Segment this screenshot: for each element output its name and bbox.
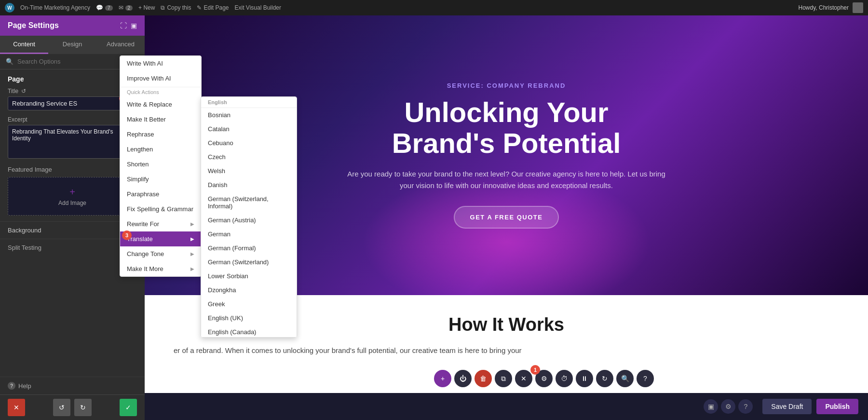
lang-cebuano[interactable]: Cebuano (201, 136, 297, 150)
lang-english-ca[interactable]: English (Canada) (201, 325, 297, 338)
rewrite-arrow: ▶ (190, 221, 194, 227)
sidebar-header: Page Settings ⛶ ▣ (0, 15, 145, 36)
pause-button[interactable]: ⏸ (576, 370, 593, 387)
search-element-button[interactable]: 🔍 (616, 370, 634, 387)
lang-dzongkha[interactable]: Dzongkha (201, 283, 297, 297)
message-icon: ✉ (119, 4, 123, 11)
improve-with-ai-label: Improve With Al (127, 75, 171, 82)
comment-icon: 💬 (96, 4, 103, 11)
site-name[interactable]: On-Time Marketing Agency (20, 4, 90, 11)
lang-czech[interactable]: Czech (201, 150, 297, 164)
settings-button[interactable]: 1 ⚙ (535, 370, 553, 387)
comments-link[interactable]: 💬 7 (96, 4, 113, 11)
quick-actions-label: Quick Actions (120, 87, 201, 97)
translate-item[interactable]: 3 Translate ▶ (120, 231, 201, 246)
page-settings-title: Page Settings (8, 21, 59, 30)
rewrite-for-item[interactable]: Rewrite For ▶ (120, 217, 201, 231)
refresh-button[interactable]: ↻ (596, 370, 613, 387)
title-field: Title ↺ 2 AI (8, 88, 137, 110)
lang-german[interactable]: German (201, 227, 297, 241)
write-with-ai-item[interactable]: Write With AI (120, 56, 201, 71)
make-it-more-item[interactable]: Make It More ▶ (120, 261, 201, 276)
hero-badge: SERVICE: COMPANY REBRAND (347, 82, 665, 89)
tab-advanced[interactable]: Advanced (96, 36, 145, 54)
layout-icon-btn[interactable]: ▣ (704, 399, 718, 414)
messages-link[interactable]: ✉ 2 (119, 4, 133, 11)
footer-action-icons: ↺ ↻ (53, 399, 92, 416)
edit-page-link[interactable]: ✎ Edit Page (197, 4, 229, 11)
search-input[interactable] (17, 58, 117, 65)
help-element-button[interactable]: ? (637, 370, 654, 387)
question-icon-btn[interactable]: ? (738, 399, 753, 414)
save-bar-icons: ▣ ⚙ ? (704, 399, 753, 414)
background-label: Background (8, 227, 41, 234)
how-it-works-description: er of a rebrand. When it comes to unlock… (174, 345, 839, 356)
hero-title: Unlocking Your Brand's Potential (347, 97, 665, 159)
lang-german-austria[interactable]: German (Austria) (201, 213, 297, 227)
lang-german-formal[interactable]: German (Formal) (201, 241, 297, 255)
history-button[interactable]: ⏱ (556, 370, 573, 387)
write-replace-item[interactable]: Write & Replace (120, 97, 201, 112)
lengthen-item[interactable]: Lengthen (120, 142, 201, 157)
change-tone-item[interactable]: Change Tone ▶ (120, 246, 201, 261)
wordpress-icon[interactable]: W (5, 3, 14, 13)
redo-button[interactable]: ↻ (74, 399, 92, 416)
hero-cta-button[interactable]: GET A FREE QUOTE (454, 206, 559, 229)
close-button[interactable]: ✕ (8, 399, 25, 416)
lang-bosnian[interactable]: Bosnian (201, 108, 297, 122)
new-link[interactable]: + New (138, 4, 155, 11)
excerpt-textarea[interactable]: Rebranding That Elevates Your Brand's Id… (8, 125, 137, 159)
exit-builder-link[interactable]: Exit Visual Builder (235, 4, 282, 11)
page-section-title: Page (8, 75, 24, 83)
help-section: ? Help (0, 377, 145, 394)
title-reset-icon[interactable]: ↺ (21, 88, 26, 95)
simplify-item[interactable]: Simplify (120, 172, 201, 187)
sidebar-footer: ✕ ↺ ↻ ✓ (0, 394, 145, 420)
lang-lower-sorbian[interactable]: Lower Sorbian (201, 269, 297, 283)
bottom-toolbar: + ⏻ 🗑 ⧉ ✕ 1 ⚙ ⏱ ⏸ ↻ 🔍 ? (434, 370, 654, 387)
comment-count: 7 (105, 5, 113, 11)
edit-icon: ✎ (197, 4, 202, 11)
save-draft-button[interactable]: Save Draft (762, 399, 812, 414)
power-button[interactable]: ⏻ (454, 370, 472, 387)
publish-button[interactable]: Publish (816, 399, 858, 414)
add-element-button[interactable]: + (434, 370, 451, 387)
lang-catalan[interactable]: Catalan (201, 122, 297, 136)
copy-element-button[interactable]: ⧉ (495, 370, 512, 387)
lang-german-sw-inf[interactable]: German (Switzerland, Informal) (201, 192, 297, 213)
lang-greek[interactable]: Greek (201, 297, 297, 311)
tab-design[interactable]: Design (48, 36, 96, 54)
improve-with-ai-item[interactable]: Improve With Al (120, 71, 201, 86)
copy-this-link[interactable]: ⧉ Copy this (161, 4, 191, 11)
lang-english-uk[interactable]: English (UK) (201, 311, 297, 325)
help-label[interactable]: Help (18, 382, 31, 390)
plus-icon: + (69, 187, 75, 198)
howdy-label: Howdy, Christopher (799, 4, 849, 11)
change-tone-arrow: ▶ (190, 251, 194, 257)
lang-german-sw[interactable]: German (Switzerland) (201, 255, 297, 269)
close-element-button[interactable]: ✕ (515, 370, 532, 387)
title-input[interactable] (8, 96, 121, 110)
rephrase-item[interactable]: Rephrase (120, 127, 201, 142)
confirm-button[interactable]: ✓ (120, 399, 137, 416)
excerpt-field: Excerpt Rebranding That Elevates Your Br… (8, 116, 137, 160)
top-bar: W On-Time Marketing Agency 💬 7 ✉ 2 + New… (0, 0, 868, 15)
shorten-item[interactable]: Shorten (120, 157, 201, 172)
add-image-button[interactable]: + Add Image (8, 177, 137, 216)
paraphrase-item[interactable]: Paraphrase (120, 187, 201, 202)
lang-danish[interactable]: Danish (201, 178, 297, 192)
fix-spelling-item[interactable]: Fix Spelling & Grammar (120, 202, 201, 217)
lang-welsh[interactable]: Welsh (201, 164, 297, 178)
excerpt-label: Excerpt (8, 116, 137, 123)
tab-content[interactable]: Content (0, 36, 48, 54)
make-it-better-item[interactable]: Make It Better (120, 112, 201, 127)
sidebar-header-icons: ⛶ ▣ (120, 22, 137, 29)
fullscreen-icon[interactable]: ⛶ (120, 22, 127, 29)
layout-icon[interactable]: ▣ (131, 22, 137, 29)
settings-icon-btn[interactable]: ⚙ (721, 399, 735, 414)
delete-button[interactable]: 🗑 (475, 370, 492, 387)
title-field-row: 2 AI (8, 96, 137, 110)
hero-content: SERVICE: COMPANY REBRAND Unlocking Your … (338, 82, 675, 229)
add-image-label: Add Image (58, 200, 86, 206)
undo-button[interactable]: ↺ (53, 399, 70, 416)
